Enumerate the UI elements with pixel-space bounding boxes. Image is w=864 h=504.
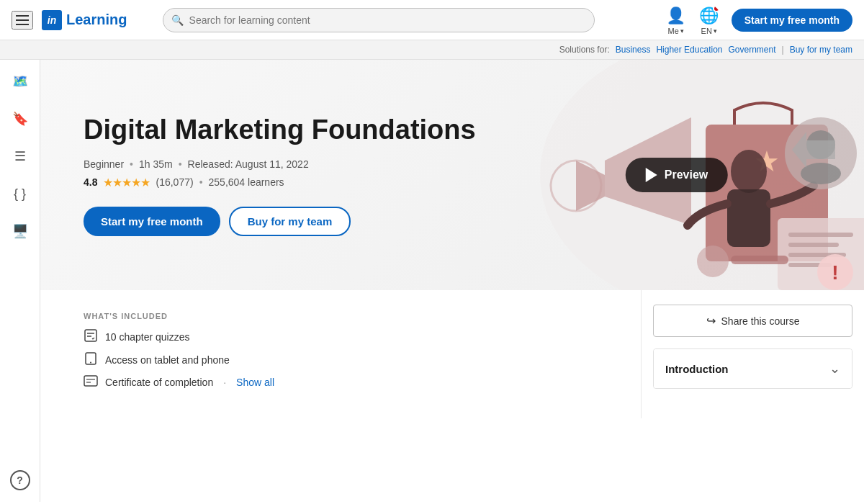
rating-row: 4.8 ★★★★★ (16,077) • 255,604 learners bbox=[84, 176, 476, 189]
search-input[interactable] bbox=[163, 8, 595, 32]
hero-illustration: ★ bbox=[490, 60, 864, 290]
included-item-certificate: Certificate of completion · Show all bbox=[84, 375, 598, 390]
logo-in-text: in bbox=[48, 14, 56, 26]
learners-count: 255,604 learners bbox=[209, 176, 284, 188]
sidebar-icon-map[interactable]: 🗺️ bbox=[10, 71, 30, 91]
globe-icon-container: 🌐 bbox=[698, 5, 720, 27]
svg-rect-20 bbox=[85, 330, 96, 341]
whats-included-label: WHAT'S INCLUDED bbox=[84, 312, 598, 320]
hero-buttons: Start my free month Buy for my team bbox=[84, 207, 476, 236]
hamburger-line bbox=[16, 15, 29, 17]
introduction-header[interactable]: Introduction ⌄ bbox=[654, 349, 852, 388]
sidebar-icon-bookmark[interactable]: 🔖 bbox=[10, 109, 30, 129]
quiz-icon bbox=[84, 329, 98, 345]
svg-point-5 bbox=[731, 150, 767, 193]
rating-stars: ★★★★★ bbox=[103, 176, 150, 189]
course-released: Released: August 11, 2022 bbox=[188, 158, 309, 170]
svg-rect-12 bbox=[788, 233, 853, 237]
quizzes-text: 10 chapter quizzes bbox=[105, 331, 190, 343]
share-icon: ↪ bbox=[706, 314, 716, 328]
tablet-text: Access on tablet and phone bbox=[105, 354, 230, 366]
svg-rect-13 bbox=[788, 243, 839, 247]
sidebar-icon-code[interactable]: { } bbox=[10, 184, 30, 204]
search-container: 🔍 bbox=[163, 8, 595, 32]
show-all-link[interactable]: Show all bbox=[236, 377, 274, 388]
linkedin-logo-box: in bbox=[42, 10, 62, 30]
hamburger-line bbox=[16, 24, 29, 25]
course-level: Beginner bbox=[84, 158, 124, 170]
below-hero: WHAT'S INCLUDED 10 chapter quizzes Acces… bbox=[40, 290, 864, 418]
svg-rect-6 bbox=[727, 189, 770, 247]
introduction-section: Introduction ⌄ bbox=[653, 348, 852, 389]
svg-text:!: ! bbox=[832, 261, 838, 284]
rating-count: (16,077) bbox=[156, 176, 193, 188]
svg-point-9 bbox=[801, 163, 841, 184]
me-avatar: 👤 bbox=[665, 5, 687, 27]
me-button[interactable]: 👤 Me ▾ bbox=[665, 5, 687, 35]
main-layout: 🗺️ 🔖 ☰ { } 🖥️ ? Digital Marketing Founda… bbox=[0, 60, 864, 502]
tablet-icon bbox=[84, 352, 98, 368]
certificate-text: Certificate of completion bbox=[105, 377, 213, 388]
top-navigation: in Learning 🔍 👤 Me ▾ 🌐 EN ▾ bbox=[0, 0, 864, 40]
solutions-label: Solutions for: bbox=[559, 45, 610, 55]
language-button[interactable]: 🌐 EN ▾ bbox=[698, 5, 720, 35]
included-item-tablet: Access on tablet and phone bbox=[84, 352, 598, 368]
solutions-business-link[interactable]: Business bbox=[616, 45, 651, 55]
content-area: Digital Marketing Foundations Beginner •… bbox=[40, 60, 864, 502]
play-icon bbox=[646, 168, 657, 182]
logo-container[interactable]: in Learning bbox=[42, 10, 127, 30]
start-free-month-hero-button[interactable]: Start my free month bbox=[84, 207, 220, 236]
left-sidebar: 🗺️ 🔖 ☰ { } 🖥️ ? bbox=[0, 60, 40, 502]
me-label: Me ▾ bbox=[668, 27, 684, 35]
right-panel: ↪ Share this course Introduction ⌄ bbox=[641, 290, 864, 418]
sidebar-icon-monitor[interactable]: 🖥️ bbox=[10, 221, 30, 241]
course-meta: Beginner • 1h 35m • Released: August 11,… bbox=[84, 158, 476, 170]
logo-learning-text: Learning bbox=[66, 12, 127, 28]
solutions-separator: | bbox=[782, 45, 784, 55]
preview-label: Preview bbox=[665, 168, 708, 181]
dot-separator: · bbox=[223, 377, 226, 388]
svg-point-24 bbox=[90, 362, 91, 364]
svg-point-18 bbox=[697, 246, 729, 277]
share-label: Share this course bbox=[721, 315, 800, 327]
language-label: EN ▾ bbox=[701, 27, 717, 35]
solutions-higher-education-link[interactable]: Higher Education bbox=[656, 45, 722, 55]
notification-dot bbox=[713, 5, 720, 12]
search-icon: 🔍 bbox=[171, 14, 184, 26]
hero-content: Digital Marketing Foundations Beginner •… bbox=[40, 85, 519, 265]
buy-for-team-button[interactable]: Buy for my team bbox=[229, 207, 351, 236]
included-item-quizzes: 10 chapter quizzes bbox=[84, 329, 598, 345]
introduction-title: Introduction bbox=[665, 363, 728, 375]
solutions-bar: Solutions for: Business Higher Education… bbox=[0, 40, 864, 60]
nav-right: 👤 Me ▾ 🌐 EN ▾ Start my free month bbox=[665, 5, 852, 35]
hamburger-line bbox=[16, 19, 29, 21]
meta-dot-3: • bbox=[199, 176, 203, 188]
solutions-buy-link[interactable]: Buy for my team bbox=[790, 45, 852, 55]
share-course-button[interactable]: ↪ Share this course bbox=[653, 305, 852, 337]
nav-left: in Learning bbox=[12, 10, 127, 30]
svg-rect-25 bbox=[84, 376, 97, 386]
sidebar-icon-list[interactable]: ☰ bbox=[10, 146, 30, 166]
meta-dot-1: • bbox=[130, 158, 133, 170]
solutions-government-link[interactable]: Government bbox=[728, 45, 775, 55]
meta-dot-2: • bbox=[179, 158, 182, 170]
rating-number: 4.8 bbox=[84, 176, 97, 188]
preview-button[interactable]: Preview bbox=[626, 158, 728, 192]
help-button[interactable]: ? bbox=[10, 470, 30, 490]
course-details: WHAT'S INCLUDED 10 chapter quizzes Acces… bbox=[40, 290, 641, 418]
hamburger-menu-button[interactable] bbox=[12, 11, 33, 30]
start-free-month-button[interactable]: Start my free month bbox=[732, 9, 852, 32]
hero-section: Digital Marketing Foundations Beginner •… bbox=[40, 60, 864, 290]
chevron-down-icon: ⌄ bbox=[829, 361, 840, 377]
course-title: Digital Marketing Foundations bbox=[84, 114, 476, 147]
svg-rect-19 bbox=[731, 256, 788, 264]
sidebar-bottom: ? bbox=[10, 470, 30, 490]
certificate-icon bbox=[84, 375, 98, 390]
course-duration: 1h 35m bbox=[139, 158, 173, 170]
